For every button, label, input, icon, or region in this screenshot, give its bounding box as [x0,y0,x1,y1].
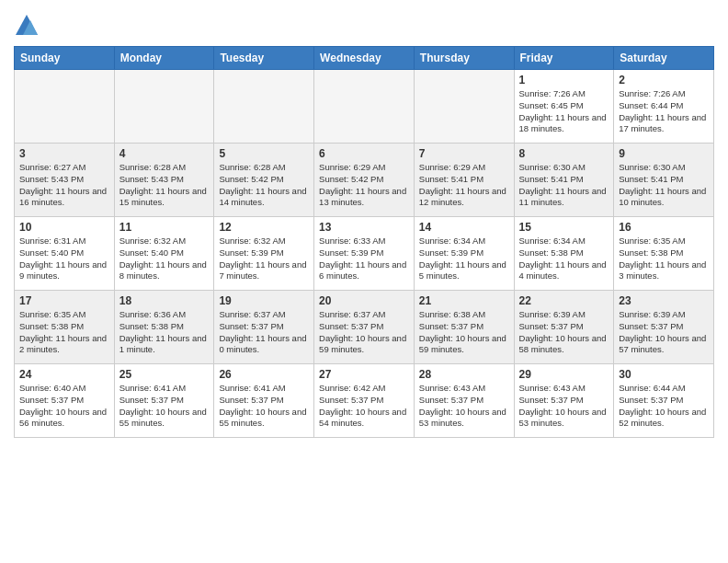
day-info: Sunrise: 6:34 AMSunset: 5:38 PMDaylight:… [519,236,609,282]
day-number: 17 [19,294,109,307]
calendar-week-row: 10Sunrise: 6:31 AMSunset: 5:40 PMDayligh… [15,217,714,291]
day-info: Sunrise: 6:37 AMSunset: 5:37 PMDaylight:… [219,309,309,356]
calendar-week-row: 1Sunrise: 7:26 AMSunset: 6:45 PMDaylight… [15,70,714,144]
calendar-day-cell: 13Sunrise: 6:33 AMSunset: 5:39 PMDayligh… [314,217,415,291]
calendar-day-cell: 27Sunrise: 6:42 AMSunset: 5:37 PMDayligh… [314,364,415,438]
day-info: Sunrise: 6:30 AMSunset: 5:41 PMDaylight:… [619,162,709,209]
calendar-day-cell: 20Sunrise: 6:37 AMSunset: 5:37 PMDayligh… [314,291,415,364]
weekday-header: Wednesday [314,47,415,70]
day-info: Sunrise: 6:40 AMSunset: 5:37 PMDaylight:… [19,383,109,430]
calendar-week-row: 3Sunrise: 6:27 AMSunset: 5:43 PMDaylight… [15,144,714,217]
calendar-day-cell: 1Sunrise: 7:26 AMSunset: 6:45 PMDaylight… [514,70,614,144]
day-number: 5 [219,147,309,160]
day-info: Sunrise: 6:44 AMSunset: 5:37 PMDaylight:… [619,383,709,430]
weekday-header: Sunday [15,47,115,70]
day-number: 21 [419,294,509,307]
day-number: 7 [419,147,509,160]
calendar-day-cell: 4Sunrise: 6:28 AMSunset: 5:43 PMDaylight… [114,144,214,217]
calendar-day-cell: 16Sunrise: 6:35 AMSunset: 5:38 PMDayligh… [614,217,714,291]
day-number: 9 [619,147,709,160]
day-number: 26 [219,368,309,381]
day-number: 30 [619,368,709,381]
day-number: 25 [119,368,210,381]
day-info: Sunrise: 6:38 AMSunset: 5:37 PMDaylight:… [419,309,509,356]
weekday-header: Saturday [614,47,714,70]
logo-icon [14,13,40,39]
day-number: 12 [219,221,309,234]
calendar-day-cell: 11Sunrise: 6:32 AMSunset: 5:40 PMDayligh… [114,217,214,291]
day-info: Sunrise: 6:35 AMSunset: 5:38 PMDaylight:… [619,236,709,282]
day-info: Sunrise: 7:26 AMSunset: 6:45 PMDaylight:… [519,88,609,135]
day-info: Sunrise: 6:37 AMSunset: 5:37 PMDaylight:… [319,309,409,356]
day-number: 18 [119,294,210,307]
calendar-day-cell: 24Sunrise: 6:40 AMSunset: 5:37 PMDayligh… [15,364,115,438]
day-info: Sunrise: 6:41 AMSunset: 5:37 PMDaylight:… [119,383,210,430]
calendar-week-row: 24Sunrise: 6:40 AMSunset: 5:37 PMDayligh… [15,364,714,438]
day-number: 22 [519,294,609,307]
logo [14,13,42,39]
day-number: 13 [319,221,409,234]
calendar-day-cell: 26Sunrise: 6:41 AMSunset: 5:37 PMDayligh… [214,364,314,438]
calendar-day-cell: 22Sunrise: 6:39 AMSunset: 5:37 PMDayligh… [514,291,614,364]
day-number: 10 [19,221,109,234]
calendar-day-cell: 6Sunrise: 6:29 AMSunset: 5:42 PMDaylight… [314,144,415,217]
day-info: Sunrise: 6:39 AMSunset: 5:37 PMDaylight:… [519,309,609,356]
day-info: Sunrise: 6:28 AMSunset: 5:43 PMDaylight:… [119,162,210,209]
day-info: Sunrise: 6:39 AMSunset: 5:37 PMDaylight:… [619,309,709,356]
day-number: 2 [619,74,709,86]
weekday-header: Thursday [414,47,514,70]
calendar-day-cell: 12Sunrise: 6:32 AMSunset: 5:39 PMDayligh… [214,217,314,291]
day-info: Sunrise: 6:34 AMSunset: 5:39 PMDaylight:… [419,236,509,282]
day-number: 24 [19,368,109,381]
day-number: 23 [619,294,709,307]
calendar-day-cell: 2Sunrise: 7:26 AMSunset: 6:44 PMDaylight… [614,70,714,144]
day-info: Sunrise: 6:32 AMSunset: 5:39 PMDaylight:… [219,236,309,282]
weekday-header: Tuesday [214,47,314,70]
calendar-day-cell: 23Sunrise: 6:39 AMSunset: 5:37 PMDayligh… [614,291,714,364]
calendar-day-cell: 7Sunrise: 6:29 AMSunset: 5:41 PMDaylight… [414,144,514,217]
day-number: 15 [519,221,609,234]
day-info: Sunrise: 6:29 AMSunset: 5:41 PMDaylight:… [419,162,509,209]
calendar-week-row: 17Sunrise: 6:35 AMSunset: 5:38 PMDayligh… [15,291,714,364]
weekday-header: Monday [114,47,214,70]
calendar-day-cell [15,70,115,144]
day-info: Sunrise: 6:29 AMSunset: 5:42 PMDaylight:… [319,162,409,209]
weekday-header: Friday [514,47,614,70]
day-info: Sunrise: 6:33 AMSunset: 5:39 PMDaylight:… [319,236,409,282]
day-info: Sunrise: 6:43 AMSunset: 5:37 PMDaylight:… [519,383,609,430]
day-number: 14 [419,221,509,234]
calendar-day-cell: 8Sunrise: 6:30 AMSunset: 5:41 PMDaylight… [514,144,614,217]
calendar-header-row: SundayMondayTuesdayWednesdayThursdayFrid… [15,47,714,70]
calendar-day-cell: 28Sunrise: 6:43 AMSunset: 5:37 PMDayligh… [414,364,514,438]
calendar-day-cell: 30Sunrise: 6:44 AMSunset: 5:37 PMDayligh… [614,364,714,438]
calendar-day-cell: 3Sunrise: 6:27 AMSunset: 5:43 PMDaylight… [15,144,115,217]
day-number: 11 [119,221,210,234]
page: SundayMondayTuesdayWednesdayThursdayFrid… [0,0,728,563]
day-info: Sunrise: 6:28 AMSunset: 5:42 PMDaylight:… [219,162,309,209]
calendar-day-cell: 14Sunrise: 6:34 AMSunset: 5:39 PMDayligh… [414,217,514,291]
day-number: 20 [319,294,409,307]
calendar-day-cell [114,70,214,144]
day-number: 4 [119,147,210,160]
day-info: Sunrise: 6:43 AMSunset: 5:37 PMDaylight:… [419,383,509,430]
calendar-day-cell [214,70,314,144]
day-info: Sunrise: 6:30 AMSunset: 5:41 PMDaylight:… [519,162,609,209]
day-number: 6 [319,147,409,160]
calendar-day-cell: 19Sunrise: 6:37 AMSunset: 5:37 PMDayligh… [214,291,314,364]
day-number: 3 [19,147,109,160]
calendar-day-cell: 9Sunrise: 6:30 AMSunset: 5:41 PMDaylight… [614,144,714,217]
day-number: 16 [619,221,709,234]
calendar-day-cell: 29Sunrise: 6:43 AMSunset: 5:37 PMDayligh… [514,364,614,438]
calendar-day-cell [414,70,514,144]
calendar-day-cell: 10Sunrise: 6:31 AMSunset: 5:40 PMDayligh… [15,217,115,291]
calendar-day-cell: 5Sunrise: 6:28 AMSunset: 5:42 PMDaylight… [214,144,314,217]
calendar-day-cell [314,70,415,144]
header [14,9,714,39]
day-info: Sunrise: 6:35 AMSunset: 5:38 PMDaylight:… [19,309,109,356]
day-info: Sunrise: 6:27 AMSunset: 5:43 PMDaylight:… [19,162,109,209]
calendar-day-cell: 15Sunrise: 6:34 AMSunset: 5:38 PMDayligh… [514,217,614,291]
calendar-day-cell: 17Sunrise: 6:35 AMSunset: 5:38 PMDayligh… [15,291,115,364]
day-info: Sunrise: 7:26 AMSunset: 6:44 PMDaylight:… [619,88,709,135]
day-info: Sunrise: 6:36 AMSunset: 5:38 PMDaylight:… [119,309,210,356]
day-number: 27 [319,368,409,381]
